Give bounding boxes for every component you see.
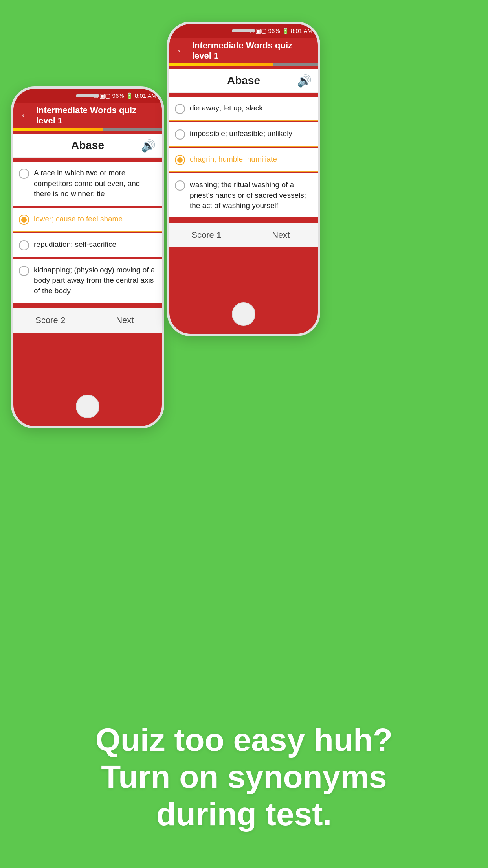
home-button-right[interactable]	[232, 302, 255, 326]
bottom-tagline: Quiz too easy huh? Turn on synonyms duri…	[0, 721, 488, 833]
options-area-right: die away; let up; slack impossible; unfe…	[169, 93, 318, 223]
option-text-4-left: kidnapping; (physiology) moving of a bod…	[34, 265, 156, 296]
progress-track-left	[13, 128, 162, 131]
sound-icon-left[interactable]: 🔊	[141, 139, 156, 153]
bottom-buttons-left: Score 2 Next	[13, 308, 162, 333]
progress-bar-container-left	[13, 128, 162, 134]
radio-2-left[interactable]	[19, 215, 29, 225]
option-text-2-right: impossible; unfeasible; unlikely	[190, 129, 292, 139]
option-text-3-right: chagrin; humble; humiliate	[190, 154, 277, 165]
top-bar-left: ← Intermediate Words quiz level 1	[13, 103, 162, 128]
progress-fill-right	[169, 63, 273, 66]
radio-2-right[interactable]	[175, 129, 185, 140]
option-row-4-right[interactable]: washing; the ritual washing of a priest'…	[169, 173, 318, 217]
progress-bar-container-right	[169, 63, 318, 69]
progress-track-right	[169, 63, 318, 66]
option-row-2-right[interactable]: impossible; unfeasible; unlikely	[169, 122, 318, 147]
radio-3-right[interactable]	[175, 155, 185, 165]
status-icons-left: □ ▣▢ 96% 🔋 8:01 AM	[94, 92, 156, 99]
option-row-1-left[interactable]: A race in which two or more competitors …	[13, 162, 162, 206]
radio-1-left[interactable]	[19, 169, 29, 179]
status-icons-right: □ ▣▢ 96% 🔋 8:01 AM	[250, 28, 312, 35]
tagline-line2: Turn on synonyms	[24, 758, 464, 795]
tagline-line3: during test.	[24, 796, 464, 833]
tagline-line1: Quiz too easy huh?	[24, 721, 464, 758]
option-text-1-right: die away; let up; slack	[190, 103, 263, 114]
home-button-left[interactable]	[76, 395, 99, 418]
back-button-right[interactable]: ←	[176, 44, 187, 57]
phone-right: □ ▣▢ 96% 🔋 8:01 AM ← Intermediate Words …	[167, 22, 320, 336]
score-button-right[interactable]: Score 1	[169, 223, 244, 247]
option-row-1-right[interactable]: die away; let up; slack	[169, 97, 318, 121]
option-row-3-left[interactable]: repudiation; self-sacrifice	[13, 233, 162, 257]
phone-left: □ ▣▢ 96% 🔋 8:01 AM ← Intermediate Words …	[11, 86, 164, 428]
option-text-2-left: lower; cause to feel shame	[34, 214, 123, 224]
options-area-left: A race in which two or more competitors …	[13, 158, 162, 308]
radio-3-left[interactable]	[19, 240, 29, 250]
quiz-title-right: Intermediate Words quiz level 1	[192, 40, 312, 61]
speaker-left	[76, 94, 99, 97]
next-button-left[interactable]: Next	[88, 308, 162, 333]
radio-4-left[interactable]	[19, 266, 29, 276]
word-header-right: Abase 🔊	[169, 69, 318, 93]
speaker-right	[232, 29, 255, 32]
option-row-4-left[interactable]: kidnapping; (physiology) moving of a bod…	[13, 259, 162, 303]
next-button-right[interactable]: Next	[244, 223, 318, 247]
option-text-4-right: washing; the ritual washing of a priest'…	[190, 180, 312, 211]
option-text-1-left: A race in which two or more competitors …	[34, 168, 156, 199]
option-row-2-left[interactable]: lower; cause to feel shame	[13, 208, 162, 232]
bottom-buttons-right: Score 1 Next	[169, 223, 318, 247]
radio-1-right[interactable]	[175, 104, 185, 114]
word-title-right: Abase	[227, 74, 260, 87]
word-header-left: Abase 🔊	[13, 134, 162, 158]
back-button-left[interactable]: ←	[20, 109, 31, 122]
quiz-title-left: Intermediate Words quiz level 1	[36, 105, 156, 126]
option-row-3-right[interactable]: chagrin; humble; humiliate	[169, 148, 318, 172]
score-button-left[interactable]: Score 2	[13, 308, 88, 333]
option-text-3-left: repudiation; self-sacrifice	[34, 239, 116, 250]
word-title-left: Abase	[71, 139, 104, 152]
progress-fill-left	[13, 128, 103, 131]
top-bar-right: ← Intermediate Words quiz level 1	[169, 38, 318, 63]
radio-4-right[interactable]	[175, 180, 185, 191]
sound-icon-right[interactable]: 🔊	[297, 74, 312, 88]
